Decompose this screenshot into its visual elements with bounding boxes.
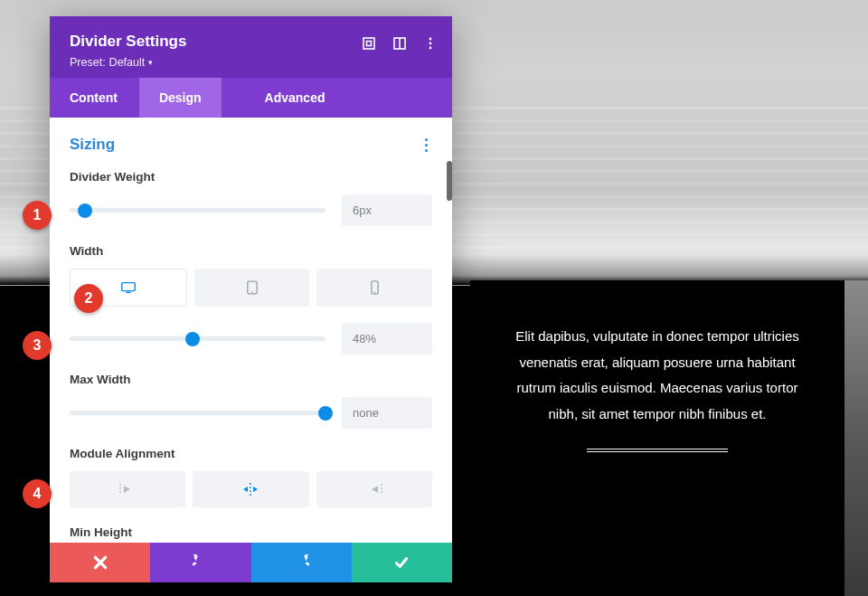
tablet-icon	[247, 280, 258, 295]
field-width: Width	[70, 244, 432, 355]
annotation-badge-1: 1	[23, 201, 52, 230]
undo-icon	[193, 554, 209, 571]
preset-selector[interactable]: Preset: Default ▾	[70, 56, 432, 69]
align-center-button[interactable]	[193, 471, 308, 507]
align-center-icon	[241, 483, 260, 496]
align-right-button[interactable]	[316, 471, 432, 507]
input-max-width[interactable]	[342, 397, 432, 429]
input-width[interactable]	[342, 323, 432, 355]
undo-button[interactable]	[150, 543, 250, 582]
annotation-badge-4: 4	[23, 479, 52, 508]
align-right-icon	[364, 483, 384, 496]
section-title[interactable]: Sizing	[70, 136, 115, 154]
header-action-group	[362, 36, 438, 51]
cancel-button[interactable]	[50, 543, 150, 582]
field-max-width: Max Width	[70, 373, 432, 429]
preview-divider	[587, 449, 728, 452]
field-module-alignment: Module Alignment	[70, 447, 432, 507]
field-divider-weight: Divider Weight	[70, 170, 432, 226]
close-icon	[92, 554, 108, 571]
svg-rect-0	[363, 38, 374, 49]
device-tab-phone[interactable]	[316, 269, 432, 307]
expand-icon[interactable]	[362, 36, 376, 51]
svg-rect-7	[122, 283, 135, 291]
tab-advanced[interactable]: Advanced	[245, 78, 345, 118]
svg-point-4	[429, 38, 432, 41]
label-module-alignment: Module Alignment	[70, 447, 432, 460]
section-header: Sizing	[70, 136, 432, 154]
slider-divider-weight[interactable]	[70, 201, 326, 221]
scrollbar[interactable]	[447, 161, 452, 201]
preview-panel: Elit dapibus, vulputate in donec tempor …	[470, 280, 844, 596]
preset-label: Preset:	[70, 56, 106, 69]
input-divider-weight[interactable]	[342, 194, 432, 226]
check-icon	[393, 554, 410, 571]
save-button[interactable]	[352, 543, 452, 582]
panel-footer	[50, 543, 452, 582]
svg-point-6	[429, 47, 432, 50]
tab-design[interactable]: Design	[139, 78, 222, 118]
label-width: Width	[70, 244, 432, 258]
field-min-height: Min Height	[70, 525, 432, 539]
panel-header: Divider Settings Preset: Default ▾	[50, 16, 452, 78]
settings-panel: Divider Settings Preset: Default ▾ Conte…	[50, 16, 452, 582]
bg-right-strip	[844, 280, 868, 596]
more-icon[interactable]	[423, 36, 438, 51]
label-min-height: Min Height	[70, 525, 432, 539]
columns-icon[interactable]	[392, 36, 407, 51]
panel-body: Sizing Divider Weight Width	[50, 118, 452, 543]
svg-rect-1	[367, 42, 372, 46]
annotation-badge-3: 3	[23, 331, 52, 360]
annotation-badge-2: 2	[74, 284, 103, 313]
preview-text: Elit dapibus, vulputate in donec tempor …	[510, 324, 805, 427]
phone-icon	[371, 280, 379, 295]
desktop-icon	[120, 281, 137, 294]
label-max-width: Max Width	[70, 373, 432, 386]
redo-icon	[293, 554, 309, 571]
tab-content[interactable]: Content	[50, 78, 139, 118]
redo-button[interactable]	[251, 543, 352, 582]
svg-point-5	[429, 43, 432, 45]
tab-bar: Content Design Advanced	[50, 78, 452, 118]
device-tab-tablet[interactable]	[194, 269, 310, 307]
align-left-button[interactable]	[70, 471, 185, 507]
slider-max-width[interactable]	[70, 403, 326, 423]
section-more-icon[interactable]	[420, 138, 432, 152]
device-tabs	[70, 269, 432, 307]
preset-value: Default	[109, 56, 146, 69]
label-divider-weight: Divider Weight	[70, 170, 432, 184]
chevron-down-icon: ▾	[148, 58, 153, 67]
align-left-icon	[118, 483, 137, 496]
slider-width[interactable]	[70, 329, 326, 349]
